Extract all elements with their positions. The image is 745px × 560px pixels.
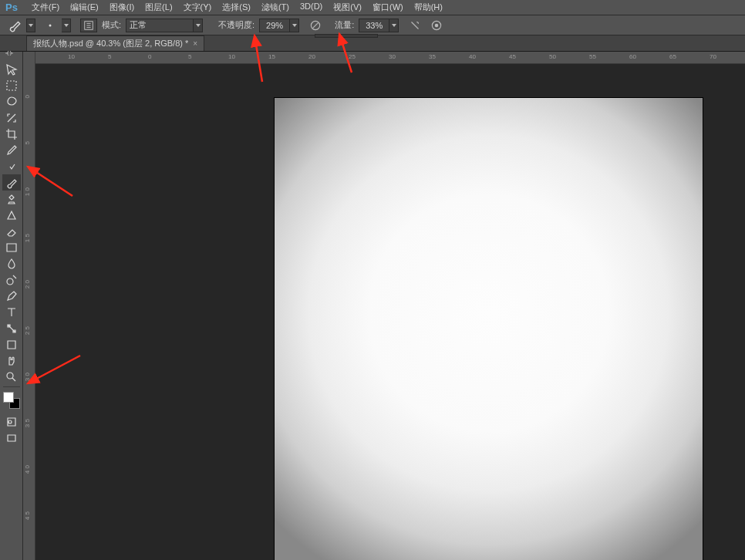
marquee-tool[interactable] [2, 77, 21, 93]
color-swatches[interactable] [3, 392, 20, 409]
brush-panel-button[interactable] [80, 19, 97, 32]
ruler-tick: 10 [68, 53, 75, 60]
eraser-tool[interactable] [2, 223, 21, 239]
opacity-field[interactable]: 29% [259, 19, 290, 32]
brush-tool[interactable] [2, 174, 21, 191]
heal-tool[interactable] [2, 158, 21, 174]
ruler-tick: 70 [710, 53, 716, 60]
gradient-tool[interactable] [2, 239, 21, 255]
pressure-opacity-button[interactable] [308, 19, 322, 32]
ruler-tick: 1 0 [23, 187, 32, 196]
menu-item[interactable]: 帮助(H) [409, 0, 448, 15]
ruler-tick: 35 [429, 53, 436, 60]
tool-bar [0, 52, 23, 560]
menu-item[interactable]: 文字(Y) [178, 0, 217, 15]
stamp-tool[interactable] [2, 191, 21, 207]
mode-select[interactable]: 正常 [126, 19, 194, 32]
ruler-tick: 50 [549, 53, 556, 60]
brush-preview-icon[interactable] [43, 19, 57, 32]
shape-tool[interactable] [2, 336, 21, 353]
ruler-tick: 5 [23, 141, 32, 144]
history-tool[interactable] [2, 207, 21, 223]
ruler-tick: 0 [148, 53, 151, 60]
zoom-tool[interactable] [2, 369, 21, 385]
flow-label: 流量: [335, 19, 354, 31]
ruler-tick: 3 5 [23, 419, 32, 427]
pressure-size-button[interactable] [430, 19, 443, 32]
ruler-tick: 4 0 [23, 465, 32, 474]
eyedrop-tool[interactable] [2, 142, 21, 158]
ruler-tick: 65 [669, 53, 676, 60]
ruler-tick: 5 [188, 53, 191, 60]
document-canvas[interactable] [275, 98, 703, 560]
ruler-tick: 15 [268, 53, 275, 60]
menu-bar: Ps 文件(F)编辑(E)图像(I)图层(L)文字(Y)选择(S)滤镜(T)3D… [0, 0, 745, 15]
brush-tool-icon[interactable] [8, 19, 22, 32]
ruler-tick: 25 [349, 53, 356, 60]
brush-preset-dropdown[interactable] [62, 19, 71, 32]
tool-preset-dropdown[interactable] [26, 19, 35, 32]
document-tab-title: 报纸人物.psd @ 40.3% (图层 2, RGB/8) * [33, 38, 188, 49]
lasso-tool[interactable] [2, 93, 21, 110]
ruler-tick: 55 [589, 53, 596, 60]
airbrush-button[interactable] [408, 19, 422, 32]
flow-field[interactable]: 33% [359, 19, 389, 32]
ruler-tick: 0 [23, 95, 32, 98]
svg-point-0 [49, 24, 52, 26]
type-tool[interactable] [2, 304, 21, 320]
path-tool[interactable] [2, 320, 21, 336]
collapse-handle[interactable] [2, 53, 21, 61]
menu-item[interactable]: 滤镜(T) [256, 0, 295, 15]
menu-item[interactable]: 3D(D) [295, 0, 328, 15]
menu-item[interactable]: 窗口(W) [367, 0, 409, 15]
horizontal-ruler: 151050510152025303540455055606570 [35, 52, 745, 64]
ruler-tick: 45 [509, 53, 516, 60]
ruler-tick: 1 5 [23, 234, 32, 242]
svg-point-4 [435, 23, 439, 27]
mode-dropdown[interactable] [194, 19, 203, 32]
opacity-dropdown[interactable] [290, 19, 299, 32]
close-tab-icon[interactable]: × [193, 39, 197, 48]
ruler-tick: 20 [308, 53, 315, 60]
menu-item[interactable]: 视图(V) [328, 0, 367, 15]
menu-item[interactable]: 图层(L) [140, 0, 177, 15]
wand-tool[interactable] [2, 110, 21, 126]
menu-item[interactable]: 文件(F) [26, 0, 65, 15]
canvas-area[interactable]: 151050510152025303540455055606570 [35, 52, 745, 560]
app-logo: Ps [3, 2, 20, 14]
move-tool[interactable] [2, 61, 21, 77]
mode-label: 模式: [102, 19, 121, 31]
ruler-tick: 60 [629, 53, 636, 60]
crop-tool[interactable] [2, 126, 21, 142]
pen-tool[interactable] [2, 288, 21, 304]
ruler-tick: 2 5 [23, 326, 32, 335]
ruler-tick: 30 [389, 53, 396, 60]
blur-tool[interactable] [2, 255, 21, 272]
flow-slider[interactable] [315, 34, 378, 38]
options-bar: 模式: 正常 不透明度: 29% 流量: 33% [0, 15, 745, 35]
ruler-tick: 40 [469, 53, 476, 60]
ruler-tick: 3 0 [23, 373, 32, 381]
screenmode-tool[interactable] [2, 430, 21, 446]
menu-item[interactable]: 编辑(E) [65, 0, 104, 15]
quickmask-tool[interactable] [2, 413, 21, 430]
document-tab[interactable]: 报纸人物.psd @ 40.3% (图层 2, RGB/8) * × [26, 35, 204, 51]
document-tab-bar: 报纸人物.psd @ 40.3% (图层 2, RGB/8) * × [0, 35, 745, 52]
foreground-swatch[interactable] [3, 392, 14, 403]
vertical-ruler: 5051 01 52 02 53 03 54 04 5 [23, 52, 35, 560]
ruler-tick: 5 [108, 53, 111, 60]
menu-item[interactable]: 选择(S) [217, 0, 256, 15]
ruler-tick: 10 [228, 53, 235, 60]
dodge-tool[interactable] [2, 272, 21, 288]
menu-item[interactable]: 图像(I) [104, 0, 140, 15]
ruler-tick: 2 0 [23, 280, 32, 288]
hand-tool[interactable] [2, 353, 21, 369]
ruler-tick: 4 5 [23, 511, 32, 520]
flow-dropdown[interactable] [389, 19, 399, 32]
opacity-label: 不透明度: [218, 19, 255, 31]
